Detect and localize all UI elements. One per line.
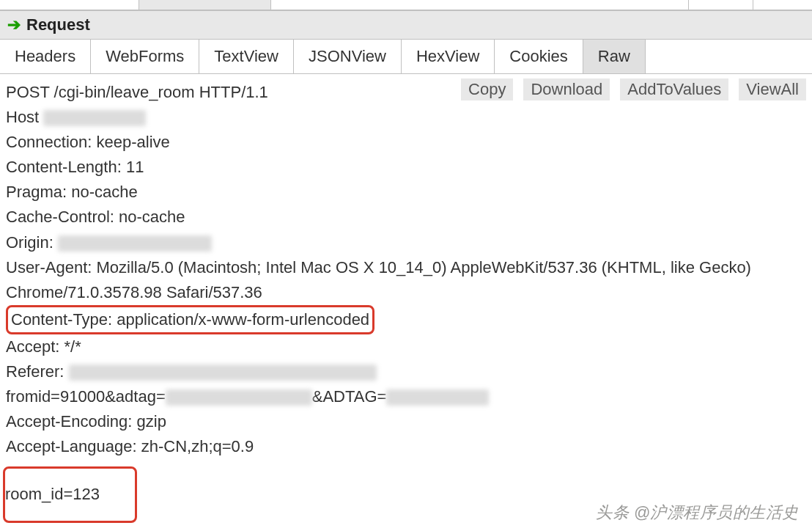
user-agent-line: User-Agent: Mozilla/5.0 (Macintosh; Inte… bbox=[6, 255, 806, 305]
redacted-host: hidden bbox=[43, 110, 146, 126]
accept-encoding-line: Accept-Encoding: gzip bbox=[6, 409, 806, 434]
request-section-header: ➔ Request bbox=[0, 10, 812, 40]
host-line: Hosthidden bbox=[6, 105, 806, 130]
content-type-highlight: Content-Type: application/x-www-form-url… bbox=[6, 305, 374, 334]
raw-content: Copy Download AddToValues ViewAll POST /… bbox=[0, 74, 812, 529]
tab-headers[interactable]: Headers bbox=[0, 40, 91, 73]
adtag-label: &ADTAG= bbox=[312, 387, 387, 406]
tab-webforms[interactable]: WebForms bbox=[91, 40, 199, 73]
tab-cookies[interactable]: Cookies bbox=[495, 40, 583, 73]
connection-line: Connection: keep-alive bbox=[6, 130, 806, 155]
origin-line: Origin: hidden bbox=[6, 230, 806, 255]
tab-textview[interactable]: TextView bbox=[199, 40, 294, 73]
cache-control-line: Cache-Control: no-cache bbox=[6, 205, 806, 230]
host-label: Host bbox=[6, 108, 39, 126]
accept-line: Accept: */* bbox=[6, 334, 806, 359]
referer-label: Referer: bbox=[6, 362, 64, 381]
top-tab-strip bbox=[0, 0, 812, 10]
body-highlight: room_id=123 bbox=[3, 466, 137, 522]
tab-hexview[interactable]: HexView bbox=[402, 40, 495, 73]
redacted-origin: hidden bbox=[58, 235, 212, 252]
section-title: Request bbox=[26, 15, 90, 34]
download-button[interactable]: Download bbox=[523, 78, 610, 100]
arrow-right-icon: ➔ bbox=[7, 15, 21, 34]
redacted-referer: hidden bbox=[69, 365, 377, 381]
content-length-line: Content-Length: 11 bbox=[6, 155, 806, 180]
viewall-button[interactable]: ViewAll bbox=[739, 78, 806, 100]
origin-label: Origin: bbox=[6, 233, 53, 252]
addtovalues-button[interactable]: AddToValues bbox=[620, 78, 728, 100]
redacted-adtag1: hidden bbox=[166, 389, 312, 406]
content-actions: Copy Download AddToValues ViewAll bbox=[461, 78, 806, 100]
fromid-line: fromid=91000&adtag=hidden&ADTAG=hidden bbox=[6, 384, 806, 409]
accept-language-line: Accept-Language: zh-CN,zh;q=0.9 bbox=[6, 434, 806, 459]
request-tabs: Headers WebForms TextView JSONView HexVi… bbox=[0, 40, 812, 74]
redacted-adtag2: hidden bbox=[386, 389, 489, 406]
tab-jsonview[interactable]: JSONView bbox=[294, 40, 402, 73]
copy-button[interactable]: Copy bbox=[461, 78, 513, 100]
body-line: room_id=123 bbox=[5, 485, 129, 503]
referer-line: Referer: hidden bbox=[6, 359, 806, 384]
watermark-text: 头条 @沪漂程序员的生活史 bbox=[596, 500, 799, 525]
content-type-line: Content-Type: application/x-www-form-url… bbox=[6, 305, 806, 334]
tab-raw[interactable]: Raw bbox=[583, 40, 646, 73]
pragma-line: Pragma: no-cache bbox=[6, 180, 806, 205]
fromid-prefix: fromid=91000&adtag= bbox=[6, 387, 166, 406]
